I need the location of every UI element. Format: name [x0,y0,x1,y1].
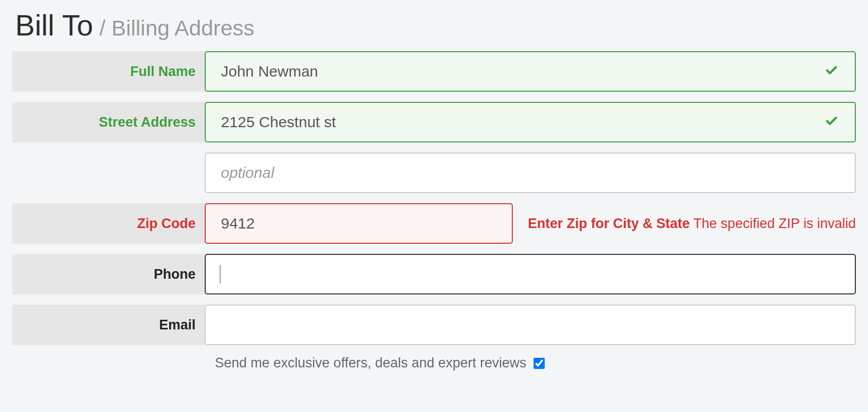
street-address-input[interactable] [205,102,856,142]
email-input[interactable] [205,305,856,345]
zip-hint-text: Enter Zip for City & State [528,216,690,231]
page-title: Bill To [15,9,93,42]
label-cell-zip-code: Zip Code [12,203,205,244]
street-address-label: Street Address [99,115,196,130]
zip-error-text: The specified ZIP is invalid [693,216,856,231]
offers-checkbox-row: Send me exclusive offers, deals and expe… [205,355,856,371]
label-cell-phone: Phone [12,254,205,294]
page-subtitle: / Billing Address [99,16,254,40]
full-name-label: Full Name [130,64,196,80]
form-row-phone: Phone [12,254,856,294]
zip-code-label: Zip Code [137,216,196,232]
check-icon [825,64,838,79]
zip-code-messages: Enter Zip for City & State The specified… [513,216,856,232]
label-cell-email: Email [12,305,205,345]
form-row-zip-code: Zip Code Enter Zip for City & State The … [12,203,856,244]
form-row-street-address-2 [12,153,856,193]
phone-label: Phone [154,267,196,282]
form-row-street-address: Street Address [12,102,856,142]
offers-checkbox-label: Send me exclusive offers, deals and expe… [215,355,526,371]
form-row-full-name: Full Name [12,51,856,92]
page-header: Bill To / Billing Address [15,8,856,42]
street-address-2-input[interactable] [205,153,856,193]
full-name-input[interactable] [205,51,856,92]
label-cell-street-address: Street Address [12,102,205,142]
offers-checkbox[interactable] [534,358,545,369]
form-row-email: Email [12,305,856,345]
label-cell-full-name: Full Name [12,51,205,92]
email-label: Email [159,317,196,333]
label-cell-street-address-2 [12,153,205,193]
phone-input[interactable] [205,254,856,294]
zip-code-input[interactable] [205,203,513,244]
check-icon [825,115,838,130]
